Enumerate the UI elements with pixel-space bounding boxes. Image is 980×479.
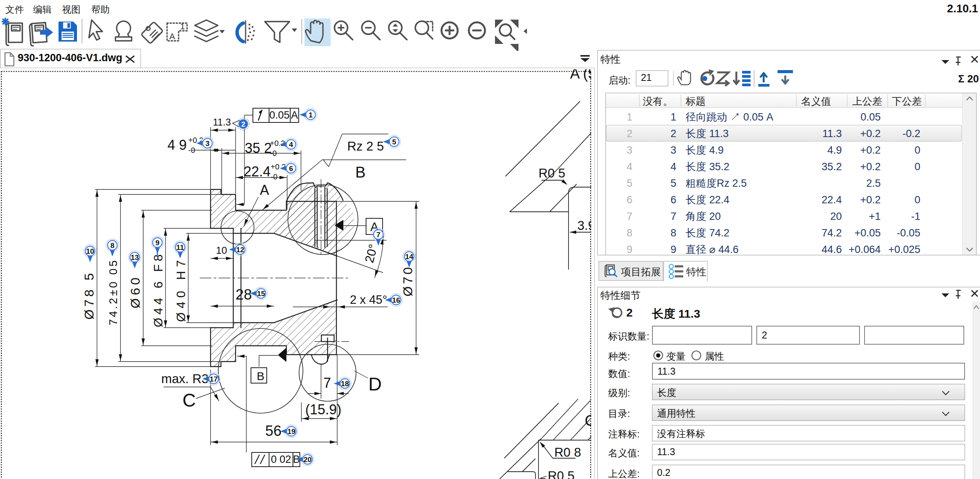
- svg-text:Rz 2 5: Rz 2 5: [347, 139, 384, 153]
- svg-text:5: 5: [627, 178, 632, 189]
- svg-text:长度 4.9: 长度 4.9: [686, 144, 724, 156]
- svg-text:9: 9: [156, 239, 160, 247]
- svg-text:22.4: 22.4: [244, 164, 271, 179]
- svg-text:标题: 标题: [686, 95, 706, 107]
- svg-text:3.9: 3.9: [577, 218, 591, 233]
- svg-text:11.3: 11.3: [213, 117, 231, 127]
- svg-text:R0 8: R0 8: [554, 445, 581, 459]
- svg-text:+0.2: +0.2: [860, 128, 881, 139]
- svg-text:粗糙度Rz 2.5: 粗糙度Rz 2.5: [686, 178, 747, 189]
- svg-text:11: 11: [176, 243, 184, 251]
- svg-text:1: 1: [627, 111, 632, 123]
- svg-text:6: 6: [671, 194, 676, 206]
- svg-text:Ø40 H7: Ø40 H7: [174, 256, 188, 322]
- svg-text:长度 35.2: 长度 35.2: [686, 161, 729, 173]
- svg-text:C (2: C (2: [585, 412, 591, 429]
- svg-text:上公差: 上公差: [852, 95, 882, 107]
- svg-text:10: 10: [86, 247, 94, 255]
- svg-text:+0.2: +0.2: [860, 194, 881, 206]
- svg-text:Ø70: Ø70: [400, 265, 415, 296]
- svg-text:长度 11.3: 长度 11.3: [686, 128, 729, 139]
- svg-text:0: 0: [915, 144, 920, 156]
- svg-text:长度 74.2: 长度 74.2: [686, 227, 729, 239]
- svg-text:Ø60: Ø60: [128, 275, 142, 308]
- svg-text:+0.2: +0.2: [860, 161, 881, 173]
- svg-text:-0.05: -0.05: [896, 227, 920, 239]
- svg-text:3: 3: [627, 144, 632, 156]
- svg-text:5: 5: [392, 138, 396, 146]
- svg-text:22.4: 22.4: [821, 194, 842, 206]
- svg-text:-0: -0: [270, 149, 277, 157]
- svg-text:8: 8: [671, 227, 676, 239]
- svg-text:56: 56: [265, 423, 281, 439]
- svg-text:7: 7: [671, 211, 676, 222]
- svg-text:2.5: 2.5: [866, 178, 881, 189]
- svg-text:+0.064: +0.064: [849, 244, 881, 255]
- svg-text:9: 9: [627, 244, 632, 255]
- svg-text:7: 7: [323, 375, 331, 391]
- svg-text:-0.2: -0.2: [902, 128, 920, 139]
- svg-text:+0.2: +0.2: [270, 139, 285, 147]
- svg-text:1: 1: [671, 111, 676, 123]
- svg-text:B: B: [257, 370, 264, 382]
- svg-text:1: 1: [180, 22, 185, 31]
- svg-text:下公差: 下公差: [892, 95, 922, 107]
- svg-text:20: 20: [830, 211, 842, 222]
- svg-text:直径 ⌀ 44.6: 直径 ⌀ 44.6: [686, 244, 739, 255]
- svg-text:-1: -1: [911, 211, 920, 222]
- svg-text:长度 22.4: 长度 22.4: [686, 194, 729, 206]
- svg-text:4: 4: [671, 161, 676, 173]
- svg-text:4 9: 4 9: [167, 137, 187, 153]
- svg-text:9: 9: [671, 244, 676, 255]
- svg-text:3: 3: [671, 144, 676, 156]
- svg-text:角度 20: 角度 20: [686, 211, 721, 222]
- svg-text:2 x 45°: 2 x 45°: [350, 293, 387, 306]
- svg-text:4: 4: [289, 141, 293, 149]
- svg-text:13: 13: [130, 253, 139, 261]
- svg-text:3: 3: [206, 139, 210, 147]
- svg-text:20: 20: [303, 456, 311, 464]
- svg-text:28: 28: [236, 286, 252, 303]
- svg-text:+1: +1: [869, 211, 881, 222]
- svg-text:15: 15: [257, 290, 265, 298]
- svg-text:35.2: 35.2: [821, 161, 842, 173]
- svg-text:7: 7: [627, 211, 632, 222]
- svg-text:0.05: 0.05: [269, 109, 290, 121]
- svg-text:C: C: [182, 390, 196, 410]
- svg-text:+0 2: +0 2: [271, 162, 286, 171]
- svg-text:4: 4: [627, 161, 632, 173]
- svg-text:R0 5: R0 5: [548, 469, 575, 479]
- svg-text:17: 17: [209, 375, 217, 383]
- svg-text:0: 0: [915, 161, 920, 173]
- svg-text:0: 0: [915, 194, 920, 206]
- svg-text:没有。: 没有。: [643, 95, 673, 107]
- svg-text:R0 5: R0 5: [538, 166, 565, 180]
- svg-text:-0: -0: [188, 146, 195, 154]
- svg-text:14: 14: [405, 253, 413, 261]
- svg-text:B: B: [355, 164, 366, 181]
- svg-text:名义值: 名义值: [801, 95, 831, 107]
- svg-text:Ø78 5: Ø78 5: [82, 270, 96, 320]
- svg-text:44.6: 44.6: [821, 244, 842, 255]
- svg-text:2: 2: [671, 128, 676, 139]
- svg-text:(15.9): (15.9): [305, 402, 341, 417]
- svg-text:74.2: 74.2: [821, 227, 842, 239]
- svg-text:16: 16: [392, 296, 400, 304]
- svg-text:+0.05: +0.05: [855, 227, 881, 239]
- svg-text:A (5 : 1): A (5 : 1): [570, 69, 591, 82]
- svg-text:7: 7: [376, 231, 381, 239]
- svg-text:2: 2: [241, 120, 246, 128]
- svg-text:35 2: 35 2: [245, 140, 272, 156]
- svg-text:D: D: [368, 374, 382, 394]
- svg-text:4.9: 4.9: [827, 144, 842, 156]
- svg-text:8: 8: [627, 227, 632, 239]
- svg-text:径向跳动 ↗ 0.05 A: 径向跳动 ↗ 0.05 A: [686, 111, 773, 123]
- svg-text:A: A: [169, 32, 175, 41]
- svg-text:8: 8: [110, 241, 115, 250]
- svg-text:1: 1: [309, 111, 313, 119]
- svg-text:6: 6: [627, 194, 632, 206]
- svg-text:max. R3: max. R3: [161, 372, 209, 386]
- svg-text:2: 2: [627, 128, 632, 139]
- svg-text:0.05: 0.05: [860, 111, 881, 123]
- svg-text:74.2±0 05: 74.2±0 05: [107, 258, 119, 325]
